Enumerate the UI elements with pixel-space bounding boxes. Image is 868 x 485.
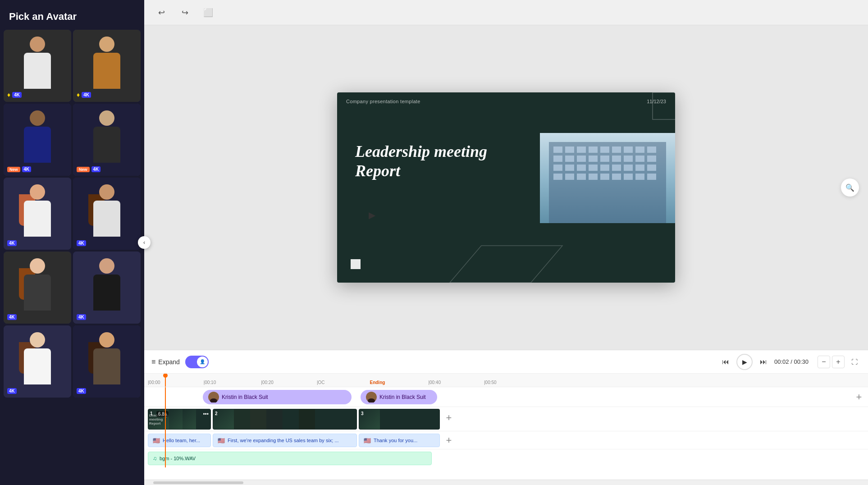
badge-4k: 4K <box>7 240 17 246</box>
badge-new: New <box>7 167 20 172</box>
badge-4k: 4K <box>91 166 101 172</box>
avatar-card-8[interactable]: 4K <box>73 252 141 324</box>
script-pill-3[interactable]: 🇺🇸 Thank you for you... <box>359 434 440 447</box>
rewind-button[interactable]: ⏮ <box>718 355 733 369</box>
avatar-thumbnail-2 <box>366 392 377 403</box>
main-area: ↩ ↪ ⬜ Company presentation template 11/1… <box>144 0 868 485</box>
zoom-controls: − + <box>818 356 845 368</box>
script-track: 🇺🇸 Hello team, her... 🇺🇸 First, we're ex… <box>144 431 868 449</box>
badge-4k: 4K <box>12 92 22 98</box>
scene-thumb-2e <box>283 409 299 429</box>
avatar-card-3[interactable]: New 4K <box>4 104 71 176</box>
svg-rect-21 <box>635 156 644 162</box>
scene-content: LeadershipmeetingReport 1 <box>144 407 868 431</box>
avatar-thumbnail-1 <box>208 392 219 403</box>
bgm-content: ♫ bgm - 10%.WAV <box>144 449 868 467</box>
scene-thumb-2f <box>299 409 315 429</box>
svg-rect-4 <box>549 142 666 223</box>
svg-rect-28 <box>612 165 621 171</box>
svg-point-44 <box>368 398 375 403</box>
script-pill-1[interactable]: 🇺🇸 Hello team, her... <box>148 434 211 447</box>
avatar-sidebar: Pick an Avatar ♦ 4K <box>0 0 144 485</box>
svg-rect-24 <box>565 165 574 171</box>
forward-button[interactable]: ⏭ <box>756 355 771 369</box>
avatar-card-9[interactable]: 4K <box>4 325 71 398</box>
zoom-button[interactable]: 🔍 <box>841 178 859 197</box>
avatar-pill-1[interactable]: Kristin in Black Suit <box>203 390 352 404</box>
badge-4k: 4K <box>77 388 86 394</box>
scene-track: LeadershipmeetingReport 1 <box>144 407 868 431</box>
timeline-fullscreen-button[interactable]: ⛶ <box>848 356 861 368</box>
svg-rect-11 <box>624 146 633 153</box>
monitor-button[interactable]: ⬜ <box>200 5 216 21</box>
svg-rect-29 <box>624 165 633 171</box>
scene-segment-2[interactable]: 2 <box>213 409 357 430</box>
badge-4k: 4K <box>7 388 17 394</box>
badge-4k: 4K <box>22 166 32 172</box>
badge-4k: 4K <box>7 314 17 320</box>
svg-rect-15 <box>565 156 574 162</box>
add-scene-button[interactable]: + <box>442 411 456 425</box>
avatar-card-1[interactable]: ♦ 4K <box>4 30 71 102</box>
svg-rect-16 <box>577 156 586 162</box>
svg-point-42 <box>210 398 217 403</box>
svg-rect-36 <box>600 174 609 180</box>
script-pill-2[interactable]: 🇺🇸 First, we're expanding the US sales t… <box>213 434 357 447</box>
avatar-grid: ♦ 4K ♦ 4K <box>0 30 144 398</box>
svg-rect-30 <box>635 165 644 171</box>
bgm-pill[interactable]: ♫ bgm - 10%.WAV <box>148 452 432 465</box>
undo-button[interactable]: ↩ <box>153 5 169 21</box>
avatar-card-2[interactable]: ♦ 4K <box>73 30 141 102</box>
badge-new: New <box>77 167 90 172</box>
scene-thumb-3b <box>380 409 396 429</box>
diamond-icon: ♦ <box>7 91 10 98</box>
avatar-card-4[interactable]: New 4K <box>73 104 141 176</box>
avatar-card-10[interactable]: 4K <box>73 325 141 398</box>
svg-rect-26 <box>589 165 598 171</box>
ruler-mark-4: |00:40 <box>428 380 441 385</box>
bgm-text: bgm - 10%.WAV <box>160 456 196 461</box>
svg-point-43 <box>369 393 374 398</box>
svg-rect-8 <box>589 146 598 153</box>
sidebar-collapse-button[interactable]: ‹ <box>138 236 151 249</box>
avatar-pill-2[interactable]: Kristin in Black Suit <box>361 390 437 404</box>
svg-rect-6 <box>565 146 574 153</box>
timeline-content: |00:00 |00:10 |00:20 |OC Ending |00:40 |… <box>144 374 868 480</box>
avatar-toggle[interactable]: 👤 <box>185 356 209 368</box>
script-text-3: Thank you for you... <box>374 438 417 443</box>
add-avatar-track-button[interactable]: + <box>852 390 866 404</box>
svg-point-41 <box>211 393 216 398</box>
ruler-mark-0: |00:00 <box>148 380 160 385</box>
zoom-in-button[interactable]: + <box>832 356 845 368</box>
scene-segment-1[interactable]: LeadershipmeetingReport 1 <box>148 409 211 430</box>
scene-thumb-2c <box>250 409 266 429</box>
scene-thumb-2d <box>266 409 283 429</box>
expand-button[interactable]: ≡ Expand <box>151 358 180 366</box>
playhead-ruler <box>165 374 166 387</box>
avatar-card-7[interactable]: 4K <box>4 252 71 324</box>
bgm-track: ♫ bgm - 10%.WAV <box>144 449 868 467</box>
script-text-1: Hello team, her... <box>163 438 200 443</box>
play-button[interactable]: ▶ <box>736 354 753 370</box>
scene-number-3: 3 <box>361 411 364 416</box>
avatar-card-6[interactable]: 4K <box>73 178 141 250</box>
add-script-button[interactable]: + <box>442 433 456 448</box>
script-text-2: First, we're expanding the US sales team… <box>228 438 339 443</box>
svg-rect-18 <box>600 156 609 162</box>
scene-more-icon-1[interactable]: ••• <box>203 411 209 417</box>
svg-rect-13 <box>647 146 656 153</box>
redo-button[interactable]: ↪ <box>177 5 193 21</box>
avatar-card-5[interactable]: 4K <box>4 178 71 250</box>
scrollbar-thumb[interactable] <box>153 481 243 484</box>
timeline-ruler: |00:00 |00:10 |00:20 |OC Ending |00:40 |… <box>144 374 868 387</box>
chevron-left-icon: ‹ <box>143 239 145 246</box>
svg-rect-23 <box>553 165 562 171</box>
scene-segment-3[interactable]: 3 <box>359 409 440 430</box>
monitor-icon: ⬜ <box>203 8 213 18</box>
cursor-arrow-icon: ▶ <box>369 210 375 220</box>
zoom-out-button[interactable]: − <box>818 356 830 368</box>
timeline-scrollbar[interactable] <box>144 480 868 485</box>
total-time: 00:30 <box>794 358 809 365</box>
avatar-pill-label-2: Kristin in Black Suit <box>379 394 426 400</box>
svg-marker-1 <box>450 246 562 283</box>
